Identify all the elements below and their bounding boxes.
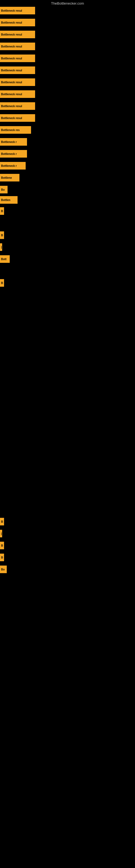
bottleneck-label[interactable]: B: [0, 542, 4, 549]
list-item: Bo: [0, 186, 8, 193]
list-item: |: [0, 243, 2, 251]
list-item: Bottlene: [0, 174, 19, 182]
bottleneck-label[interactable]: Bottleneck resul: [0, 90, 35, 98]
list-item: Bo: [0, 565, 7, 573]
bottleneck-label[interactable]: Bottleneck resul: [0, 102, 35, 110]
list-item: Bottleneck resul: [0, 42, 35, 50]
bottleneck-label[interactable]: |: [0, 243, 2, 251]
bottleneck-label[interactable]: Bottlen: [0, 196, 17, 204]
bottleneck-label[interactable]: Bottleneck resul: [0, 66, 35, 74]
list-item: Bottleneck r: [0, 162, 26, 169]
bottleneck-label[interactable]: Bottleneck r: [0, 150, 27, 158]
list-item: B: [0, 231, 4, 239]
bottleneck-label[interactable]: Bottlene: [0, 174, 19, 182]
bottleneck-label[interactable]: Bottleneck r: [0, 162, 26, 169]
list-item: B: [0, 542, 4, 549]
bottleneck-label[interactable]: Bottleneck resul: [0, 55, 35, 62]
bottleneck-label[interactable]: B: [0, 207, 4, 215]
bottleneck-label[interactable]: Bottleneck resul: [0, 114, 35, 122]
list-item: Bottleneck resul: [0, 90, 35, 98]
list-item: Bottleneck r: [0, 138, 27, 146]
list-item: Bottleneck resul: [0, 79, 35, 86]
bottleneck-label[interactable]: Bottleneck resul: [0, 19, 35, 26]
bottleneck-label[interactable]: Bottleneck r: [0, 138, 27, 146]
list-item: B: [0, 207, 4, 215]
list-item: Bottleneck resul: [0, 19, 35, 26]
list-item: B: [0, 554, 4, 561]
chart-area: Bottleneck resulBottleneck resulBottlene…: [0, 7, 135, 864]
list-item: |: [0, 530, 2, 537]
list-item: Bottleneck resul: [0, 55, 35, 62]
list-item: Bottlen: [0, 196, 17, 204]
bottleneck-label[interactable]: B: [0, 554, 4, 561]
list-item: Bottleneck r: [0, 150, 27, 158]
list-item: Bott: [0, 255, 10, 263]
list-item: Bottleneck res: [0, 126, 31, 134]
bottleneck-label[interactable]: Bottleneck resul: [0, 79, 35, 86]
list-item: Bottleneck resul: [0, 31, 35, 38]
bottleneck-label[interactable]: |: [0, 530, 2, 537]
bottleneck-label[interactable]: Bo: [0, 565, 7, 573]
site-title: TheBottlenecker.com: [0, 0, 135, 7]
list-item: Bottleneck resul: [0, 7, 35, 14]
page-wrapper: TheBottlenecker.com Bottleneck resulBott…: [0, 0, 135, 868]
bottleneck-label[interactable]: Bottleneck res: [0, 126, 31, 134]
bottleneck-label[interactable]: Bott: [0, 255, 10, 263]
bottleneck-label[interactable]: B: [0, 279, 4, 287]
bottleneck-label[interactable]: Bottleneck resul: [0, 31, 35, 38]
bottleneck-label[interactable]: Bottleneck resul: [0, 42, 35, 50]
bottleneck-label[interactable]: B: [0, 518, 4, 525]
list-item: B: [0, 518, 4, 525]
list-item: B: [0, 279, 4, 287]
list-item: Bottleneck resul: [0, 102, 35, 110]
bottleneck-label[interactable]: B: [0, 231, 4, 239]
bottleneck-label[interactable]: Bo: [0, 186, 8, 193]
bottleneck-label[interactable]: Bottleneck resul: [0, 7, 35, 14]
list-item: Bottleneck resul: [0, 114, 35, 122]
list-item: Bottleneck resul: [0, 66, 35, 74]
